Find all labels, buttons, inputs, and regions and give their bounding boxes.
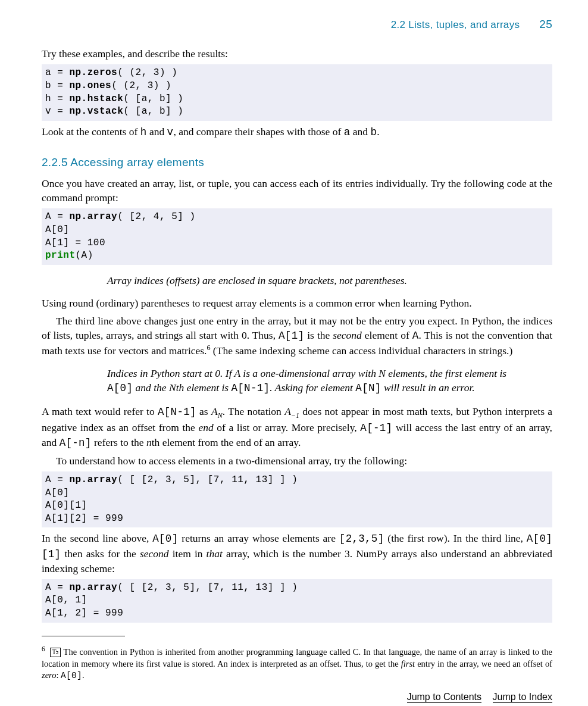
paragraph: To understand how to access elements in … xyxy=(42,454,552,468)
paragraph: The third line above changes just one en… xyxy=(42,314,552,358)
page-number: 25 xyxy=(539,18,552,30)
running-header: 2.2 Lists, tuples, and arrays 25 xyxy=(42,17,552,32)
bottom-nav: Jump to Contents Jump to Index xyxy=(42,691,552,704)
code-block: A = np.array( [2, 4, 5] ) A[0] A[1] = 10… xyxy=(42,208,552,264)
paragraph: Once you have created an array, list, or… xyxy=(42,176,552,205)
footnote-number: 6 xyxy=(42,645,45,652)
code-block: A = np.array( [ [2, 3, 5], [7, 11, 13] ]… xyxy=(42,471,552,527)
footnote: 6 T₂ The convention in Python is inherit… xyxy=(42,645,552,682)
page: 2.2 Lists, tuples, and arrays 25 Try the… xyxy=(0,0,588,706)
t2-icon: T₂ xyxy=(50,648,61,657)
subsection-heading: 2.2.5 Accessing array elements xyxy=(42,155,552,170)
header-section: 2.2 Lists, tuples, and arrays xyxy=(391,19,520,30)
callout-note: Indices in Python start at 0. If A is a … xyxy=(107,366,552,395)
paragraph: Try these examples, and describe the res… xyxy=(42,46,552,61)
paragraph: Look at the contents of h and v, and com… xyxy=(42,124,552,139)
code-block: a = np.zeros( (2, 3) ) b = np.ones( (2, … xyxy=(42,64,552,120)
code-block: A = np.array( [ [2, 3, 5], [7, 11, 13] ]… xyxy=(42,579,552,623)
jump-to-contents-link[interactable]: Jump to Contents xyxy=(407,692,481,703)
footnote-rule xyxy=(42,636,125,636)
paragraph: A math text would refer to A[N-1] as AN.… xyxy=(42,404,552,450)
paragraph: In the second line above, A[0] returns a… xyxy=(42,531,552,575)
paragraph: Using round (ordinary) parentheses to re… xyxy=(42,296,552,310)
callout-note: Array indices (offsets) are enclosed in … xyxy=(107,273,552,288)
jump-to-index-link[interactable]: Jump to Index xyxy=(493,692,553,703)
